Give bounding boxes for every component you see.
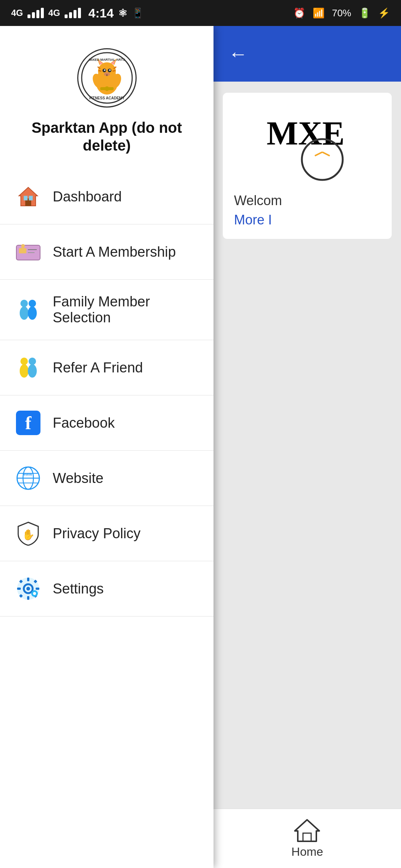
svg-rect-20 <box>105 86 108 91</box>
svg-line-16 <box>113 70 115 71</box>
alarm-icon: ⏰ <box>293 7 305 19</box>
svg-rect-28 <box>19 248 26 253</box>
dashboard-label: Dashboard <box>53 189 122 205</box>
usb-icon: ⚛ <box>118 7 127 19</box>
sidebar-item-start-membership[interactable]: Start A Membership <box>0 224 213 280</box>
settings-icon <box>15 575 42 602</box>
facebook-icon: f <box>15 410 42 436</box>
privacy-policy-label: Privacy Policy <box>53 526 141 542</box>
settings-label: Settings <box>53 581 104 597</box>
start-membership-label: Start A Membership <box>53 244 176 260</box>
svg-text:FITNESS ACADEMY: FITNESS ACADEMY <box>89 96 125 100</box>
facebook-label: Facebook <box>53 415 115 431</box>
svg-rect-66 <box>303 833 311 841</box>
wifi-icon: 📶 <box>313 7 325 19</box>
bottom-nav: Home <box>213 809 401 868</box>
svg-point-40 <box>28 364 37 378</box>
home-nav-item[interactable]: Home <box>291 818 323 859</box>
svg-point-60 <box>33 592 36 595</box>
website-label: Website <box>53 470 104 486</box>
phone-icon: 📱 <box>132 7 144 19</box>
svg-point-10 <box>109 69 111 71</box>
back-arrow[interactable]: ← <box>228 43 248 65</box>
svg-text:WWW: WWW <box>23 473 32 476</box>
svg-point-36 <box>28 306 37 320</box>
svg-line-63 <box>315 152 322 156</box>
battery-icon: 🔋 <box>359 7 371 19</box>
svg-rect-26 <box>29 196 33 200</box>
bolt-icon: ⚡ <box>378 7 390 19</box>
sidebar-item-settings[interactable]: Settings <box>0 561 213 617</box>
status-bar: 4G 4G 4:14 ⚛ 📱 ⏰ 📶 70% 🔋 ⚡ <box>0 0 401 26</box>
family-icon <box>15 296 42 323</box>
network-indicator-1: 4G <box>11 8 23 18</box>
side-drawer: FITNESS ACADEMY MIXED MARTIAL ARTS Spark… <box>0 26 213 868</box>
battery-percent: 70% <box>332 7 351 19</box>
refer-friend-label: Refer A Friend <box>53 360 143 376</box>
svg-point-37 <box>20 358 28 365</box>
time-display: 4:14 <box>88 6 114 20</box>
svg-text:MIXED MARTIAL ARTS: MIXED MARTIAL ARTS <box>89 58 125 62</box>
svg-line-64 <box>322 152 330 156</box>
sidebar-item-dashboard[interactable]: Dashboard <box>0 169 213 224</box>
svg-rect-25 <box>24 196 27 200</box>
svg-point-38 <box>20 364 29 378</box>
nav-list: Dashboard Start A Membership <box>0 169 213 868</box>
status-bar-right: ⏰ 📶 70% 🔋 ⚡ <box>293 7 390 19</box>
mma-logo-preview: MXE <box>234 104 381 185</box>
sidebar-item-website[interactable]: WWW Website <box>0 451 213 506</box>
privacy-policy-icon: ✋ <box>15 520 42 547</box>
dashboard-icon <box>15 183 42 210</box>
right-card: MXE Welcom More I <box>223 93 392 239</box>
svg-text:MXE: MXE <box>267 115 345 152</box>
main-layout: FITNESS ACADEMY MIXED MARTIAL ARTS Spark… <box>0 26 401 868</box>
app-title: Sparktan App (do not delete) <box>15 119 199 154</box>
svg-point-50 <box>26 587 30 591</box>
signal-bars-1 <box>27 8 44 18</box>
svg-point-39 <box>29 358 36 365</box>
svg-rect-51 <box>27 578 29 581</box>
home-nav-icon <box>294 818 320 842</box>
svg-text:✋: ✋ <box>22 529 35 541</box>
svg-rect-54 <box>36 588 39 590</box>
svg-point-30 <box>21 244 25 248</box>
signal-bars-2 <box>65 8 81 18</box>
family-member-selection-label: Family Member Selection <box>53 294 199 326</box>
svg-line-14 <box>98 70 101 71</box>
sidebar-item-family-member-selection[interactable]: Family Member Selection <box>0 280 213 340</box>
app-logo: FITNESS ACADEMY MIXED MARTIAL ARTS <box>77 48 137 108</box>
welcome-text: Welcom <box>234 193 381 208</box>
svg-marker-65 <box>295 820 319 841</box>
right-header: ← <box>213 26 401 82</box>
network-indicator-2: 4G <box>48 8 60 18</box>
membership-card-icon <box>15 239 42 265</box>
svg-point-35 <box>29 300 36 307</box>
svg-rect-53 <box>17 588 21 590</box>
website-icon: WWW <box>15 465 42 491</box>
logo-area: FITNESS ACADEMY MIXED MARTIAL ARTS Spark… <box>0 26 213 169</box>
right-content: MXE Welcom More I <box>213 82 401 868</box>
refer-friend-icon <box>15 354 42 381</box>
sidebar-item-facebook[interactable]: f Facebook <box>0 395 213 451</box>
sidebar-item-refer-a-friend[interactable]: Refer A Friend <box>0 340 213 395</box>
svg-point-34 <box>20 306 29 320</box>
more-info-link[interactable]: More I <box>234 212 381 228</box>
svg-point-33 <box>20 300 28 307</box>
status-bar-left: 4G 4G 4:14 ⚛ 📱 <box>11 6 144 20</box>
sidebar-item-privacy-policy[interactable]: ✋ Privacy Policy <box>0 506 213 561</box>
svg-rect-52 <box>27 596 29 600</box>
svg-point-9 <box>104 69 105 71</box>
home-nav-label: Home <box>291 845 323 859</box>
right-panel: ← MXE Welcom More I <box>213 26 401 868</box>
